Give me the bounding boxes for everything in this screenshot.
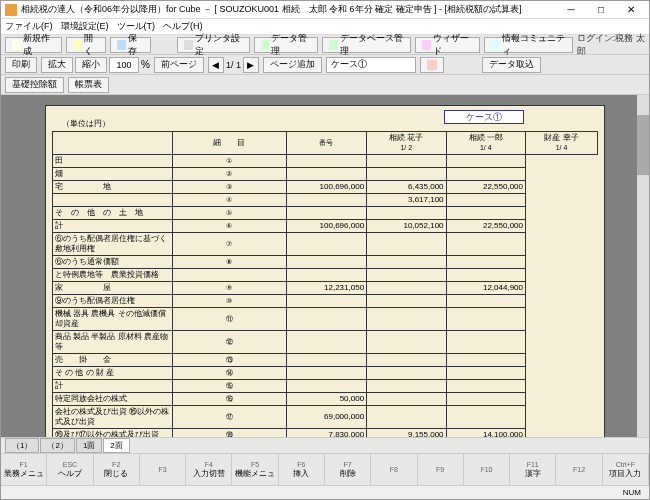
cell-value[interactable]: 10,052,100 — [367, 220, 446, 233]
page-last-button[interactable]: ▶ — [243, 57, 259, 73]
open-button[interactable]: 開く — [66, 37, 107, 53]
row-label[interactable]: ⑥のうち通常価額 — [53, 256, 173, 269]
maximize-button[interactable]: □ — [587, 2, 615, 18]
data-mgmt-button[interactable]: データ管理 — [254, 37, 319, 53]
cell-value[interactable] — [286, 155, 367, 168]
row-label[interactable]: 商品 製品 半製品 原材料 農産物等 — [53, 331, 173, 354]
cell-value[interactable] — [367, 269, 446, 282]
tab-1[interactable]: （1） — [5, 438, 39, 453]
zoom-in-button[interactable]: 拡大 — [41, 57, 73, 73]
row-label[interactable]: 畑 — [53, 168, 173, 181]
cell-value[interactable] — [367, 331, 446, 354]
cell-value[interactable] — [446, 194, 525, 207]
cell-value[interactable] — [367, 406, 446, 429]
cell-value[interactable] — [367, 207, 446, 220]
cell-value[interactable] — [367, 354, 446, 367]
zoom-out-button[interactable]: 縮小 — [75, 57, 107, 73]
printer-settings-button[interactable]: プリンタ設定 — [177, 37, 250, 53]
row-label[interactable]: ⑨のうち配偶者居住権 — [53, 295, 173, 308]
cell-value[interactable] — [446, 406, 525, 429]
cell-value[interactable] — [286, 380, 367, 393]
wizard-button[interactable]: ウィザード — [415, 37, 480, 53]
cell-value[interactable] — [286, 269, 367, 282]
row-label[interactable]: 家 屋 — [53, 282, 173, 295]
prev-page-button[interactable]: 前ページ — [154, 57, 204, 73]
cell-value[interactable] — [286, 256, 367, 269]
case-select[interactable]: ケース① — [326, 57, 416, 73]
cell-value[interactable] — [446, 207, 525, 220]
cell-value[interactable]: 22,550,000 — [446, 181, 525, 194]
close-button[interactable]: ✕ — [617, 2, 645, 18]
cell-value[interactable] — [286, 194, 367, 207]
data-import-button[interactable]: データ取込 — [482, 57, 541, 73]
row-label[interactable]: そ の 他 の 財 産 — [53, 367, 173, 380]
fkey-F6[interactable]: F6挿入 — [279, 454, 325, 485]
cell-value[interactable]: 12,231,050 — [286, 282, 367, 295]
tab-2[interactable]: （2） — [40, 438, 74, 453]
vertical-scrollbar[interactable] — [637, 95, 649, 437]
row-label[interactable]: 会社の株式及び出資 ⑯以外の株式及び出資 — [53, 406, 173, 429]
cell-value[interactable]: 12,044,900 — [446, 282, 525, 295]
chouhyou-button[interactable]: 帳票表 — [68, 77, 109, 93]
fkey-F4[interactable]: F4入力切替 — [186, 454, 232, 485]
cell-value[interactable] — [286, 331, 367, 354]
row-label[interactable]: 売 掛 金 — [53, 354, 173, 367]
cell-value[interactable] — [286, 367, 367, 380]
cell-value[interactable] — [446, 269, 525, 282]
zoom-input[interactable] — [109, 57, 139, 73]
row-label[interactable]: ⑥のうち配偶者居住権に基づく敷地利用権 — [53, 233, 173, 256]
fkey-F9[interactable]: F9 — [418, 454, 464, 485]
cell-value[interactable] — [367, 367, 446, 380]
cell-value[interactable] — [446, 295, 525, 308]
cell-value[interactable] — [286, 207, 367, 220]
cell-value[interactable]: 100,696,000 — [286, 220, 367, 233]
cell-value[interactable] — [446, 354, 525, 367]
database-mgmt-button[interactable]: データベース管理 — [322, 37, 411, 53]
row-label[interactable]: ⑯及び⑰以外の株式及び出資 — [53, 429, 173, 438]
cell-value[interactable] — [446, 393, 525, 406]
cell-value[interactable] — [367, 233, 446, 256]
row-label[interactable]: と特例農地等 農業投資価格 — [53, 269, 173, 282]
cell-value[interactable] — [446, 233, 525, 256]
fkey-Ctrl+F[interactable]: Ctrl+F項目入力 — [603, 454, 649, 485]
tab-1men[interactable]: 1面 — [76, 438, 102, 453]
minimize-button[interactable]: ─ — [557, 2, 585, 18]
cell-value[interactable] — [446, 331, 525, 354]
tab-2men[interactable]: 2面 — [103, 438, 129, 453]
print-button[interactable]: 印刷 — [5, 57, 37, 73]
cell-value[interactable] — [367, 256, 446, 269]
cell-value[interactable] — [286, 308, 367, 331]
cell-value[interactable] — [367, 295, 446, 308]
cell-value[interactable] — [367, 282, 446, 295]
fkey-ESC[interactable]: ESCヘルプ — [47, 454, 93, 485]
cell-value[interactable] — [446, 367, 525, 380]
cell-value[interactable] — [446, 308, 525, 331]
cell-value[interactable] — [367, 168, 446, 181]
fkey-F2[interactable]: F2閉じる — [94, 454, 140, 485]
cell-value[interactable] — [446, 168, 525, 181]
fkey-F1[interactable]: F1業務メニュ — [1, 454, 47, 485]
cell-value[interactable] — [367, 308, 446, 331]
row-label[interactable]: 田 — [53, 155, 173, 168]
basic-deduction-button[interactable]: 基礎控除額 — [5, 77, 64, 93]
cell-value[interactable] — [286, 168, 367, 181]
cell-value[interactable]: 14,100,000 — [446, 429, 525, 438]
row-label[interactable]: そ の 他 の 土 地 — [53, 207, 173, 220]
cell-value[interactable] — [446, 256, 525, 269]
add-page-button[interactable]: ページ追加 — [263, 57, 322, 73]
cell-value[interactable] — [446, 155, 525, 168]
cell-value[interactable]: 3,617,100 — [367, 194, 446, 207]
cell-value[interactable] — [286, 295, 367, 308]
page-first-button[interactable]: ◀ — [208, 57, 224, 73]
fkey-F8[interactable]: F8 — [371, 454, 417, 485]
cell-value[interactable]: 50,000 — [286, 393, 367, 406]
fkey-F3[interactable]: F3 — [140, 454, 186, 485]
cell-value[interactable] — [367, 393, 446, 406]
row-label[interactable]: 宅 地 — [53, 181, 173, 194]
cell-value[interactable] — [446, 380, 525, 393]
row-label[interactable] — [53, 194, 173, 207]
case-close-button[interactable] — [420, 57, 444, 73]
community-button[interactable]: 情報コミュニティ — [484, 37, 573, 53]
cell-value[interactable] — [286, 233, 367, 256]
cell-value[interactable]: 69,000,000 — [286, 406, 367, 429]
